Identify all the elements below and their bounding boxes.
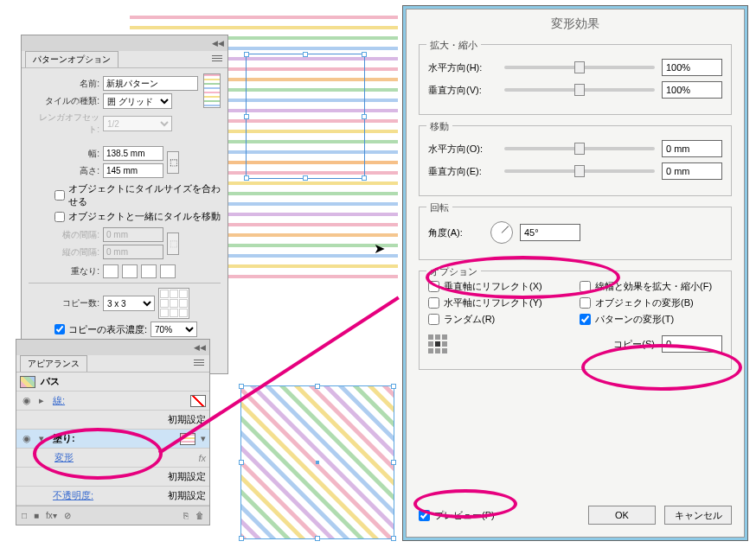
- expand-icon[interactable]: ▸: [39, 395, 48, 406]
- tile-type-label: タイルの種類:: [29, 95, 99, 107]
- collapse-icon[interactable]: ▾: [39, 433, 48, 444]
- tile-bounding-box[interactable]: [246, 54, 365, 179]
- move-legend: 移動: [426, 120, 452, 133]
- scale-fieldset: 拡大・縮小 水平方向(H): 垂直方向(V):: [419, 44, 732, 115]
- scale-h-slider[interactable]: [504, 66, 655, 69]
- copies-s-input[interactable]: [662, 335, 722, 353]
- collapse-icon[interactable]: ◀◀: [194, 343, 206, 352]
- visibility-icon[interactable]: ◉: [20, 433, 34, 444]
- appearance-fill-opacity-row[interactable]: x 初期設定: [16, 468, 209, 487]
- mouse-cursor-icon: ➤: [374, 240, 385, 257]
- trash-icon[interactable]: 🗑: [195, 511, 204, 520]
- appearance-transform-row[interactable]: 変形 fx: [16, 449, 209, 468]
- copies-grid-icon: [158, 288, 189, 319]
- appearance-path-row[interactable]: パス: [16, 373, 209, 392]
- reflect-y-checkbox[interactable]: [428, 297, 439, 309]
- appearance-footer: □ ■ fx▾ ⊘ ⎘ 🗑: [16, 506, 209, 525]
- reflect-x-checkbox[interactable]: [428, 281, 439, 292]
- anchor-grid-icon[interactable]: [428, 334, 447, 353]
- cancel-button[interactable]: キャンセル: [664, 506, 732, 525]
- panel-menu-icon[interactable]: [212, 55, 222, 63]
- angle-label: 角度(A):: [428, 226, 484, 239]
- move-h-input[interactable]: [662, 140, 722, 157]
- scale-legend: 拡大・縮小: [426, 39, 481, 52]
- preview-checkbox[interactable]: [419, 510, 430, 521]
- fill-swatch[interactable]: [180, 433, 195, 445]
- appearance-opacity-row[interactable]: 不透明度: 初期設定: [16, 487, 209, 506]
- panel-tab-title[interactable]: アピアランス: [20, 355, 87, 372]
- random-checkbox[interactable]: [428, 314, 439, 325]
- fx-menu-icon[interactable]: fx▾: [46, 511, 57, 520]
- scale-stroke-checkbox[interactable]: [580, 281, 591, 292]
- new-stroke-icon[interactable]: □: [22, 511, 27, 520]
- panel-menu-icon[interactable]: [194, 360, 204, 367]
- result-preview[interactable]: [240, 385, 394, 539]
- vgap-input: [103, 245, 163, 259]
- angle-input[interactable]: [520, 224, 580, 241]
- overlap-btn-1[interactable]: [103, 264, 119, 278]
- dropdown-icon[interactable]: ▾: [201, 433, 206, 444]
- opacity-label[interactable]: 不透明度:: [53, 490, 93, 500]
- stroke-swatch[interactable]: [190, 395, 206, 407]
- width-label: 幅:: [29, 148, 99, 160]
- scale-v-slider[interactable]: [504, 88, 655, 92]
- scale-v-input[interactable]: [662, 81, 722, 99]
- clear-icon[interactable]: ⊘: [64, 511, 71, 520]
- fill-label: 塗り:: [53, 432, 175, 445]
- brick-offset-select: 1/2: [103, 116, 172, 131]
- reflect-y-label: 水平軸にリフレクト(Y): [444, 296, 542, 309]
- stroke-label[interactable]: 線:: [53, 395, 65, 405]
- default-label: 初期設定: [168, 470, 206, 483]
- new-fill-icon[interactable]: ■: [34, 511, 39, 520]
- appearance-fill-row[interactable]: ◉ ▾ 塗り: ▾: [16, 430, 209, 449]
- visibility-icon[interactable]: ◉: [20, 395, 34, 406]
- fit-tile-checkbox[interactable]: [54, 190, 65, 201]
- pattern-options-panel: ◀◀ パターンオプション 名前: タイルの種類: 囲 グリッド レンガオフセット…: [21, 35, 228, 374]
- overlap-btn-2[interactable]: [122, 264, 138, 278]
- panel-tab-title[interactable]: パターンオプション: [25, 51, 119, 67]
- tile-type-select[interactable]: 囲 グリッド: [103, 93, 172, 109]
- move-v-slider[interactable]: [504, 169, 655, 173]
- angle-dial[interactable]: [490, 221, 513, 244]
- overlap-btn-4[interactable]: [160, 264, 176, 278]
- link-dimensions-icon[interactable]: ⬚: [167, 151, 179, 174]
- copy-opacity-label: コピーの表示濃度:: [68, 323, 147, 336]
- appearance-stroke-opacity-row[interactable]: x 初期設定: [16, 411, 209, 430]
- overlap-btn-3[interactable]: [141, 264, 157, 278]
- move-tile-label: オブジェクトと一緒にタイルを移動: [68, 210, 221, 223]
- move-h-slider[interactable]: [504, 147, 655, 150]
- brick-offset-label: レンガオフセット:: [29, 111, 99, 136]
- copy-opacity-select[interactable]: 70%: [151, 322, 197, 337]
- transform-pattern-checkbox[interactable]: [580, 314, 591, 325]
- transform-obj-checkbox[interactable]: [580, 297, 591, 309]
- width-input[interactable]: [103, 146, 163, 161]
- default-label: 初期設定: [168, 489, 206, 502]
- copies-select[interactable]: 3 x 3: [103, 296, 155, 311]
- move-v-label: 垂直方向(E):: [428, 165, 497, 178]
- rotate-legend: 回転: [426, 201, 452, 214]
- collapse-icon[interactable]: ◀◀: [212, 39, 224, 48]
- panel-header[interactable]: ◀◀: [16, 340, 209, 355]
- height-input[interactable]: [103, 163, 163, 178]
- move-tile-checkbox[interactable]: [54, 212, 65, 222]
- name-label: 名前:: [29, 78, 99, 90]
- dialog-title: 変形効果: [407, 10, 744, 39]
- height-label: 高さ:: [29, 165, 99, 177]
- ok-button[interactable]: OK: [588, 506, 656, 525]
- copy-opacity-checkbox[interactable]: [54, 324, 65, 334]
- transform-obj-label: オブジェクトの変形(B): [595, 296, 694, 309]
- path-label: パス: [41, 375, 206, 388]
- rotate-fieldset: 回転 角度(A):: [419, 207, 732, 260]
- name-input[interactable]: [103, 76, 198, 91]
- appearance-stroke-row[interactable]: ◉ ▸ 線:: [16, 392, 209, 411]
- move-v-input[interactable]: [662, 162, 722, 180]
- scale-h-input[interactable]: [662, 59, 722, 76]
- fit-tile-label: オブジェクトにタイルサイズを合わせる: [68, 182, 221, 208]
- stripe: [130, 16, 398, 19]
- transform-link[interactable]: 変形: [54, 452, 74, 462]
- duplicate-icon[interactable]: ⎘: [183, 511, 189, 520]
- panel-header[interactable]: ◀◀: [22, 35, 227, 51]
- transform-pattern-label: パターンの変形(T): [595, 313, 674, 326]
- transform-effect-dialog: 変形効果 拡大・縮小 水平方向(H): 垂直方向(V): 移動 水平方向(O):…: [402, 5, 748, 541]
- overlap-label: 重なり:: [29, 265, 99, 277]
